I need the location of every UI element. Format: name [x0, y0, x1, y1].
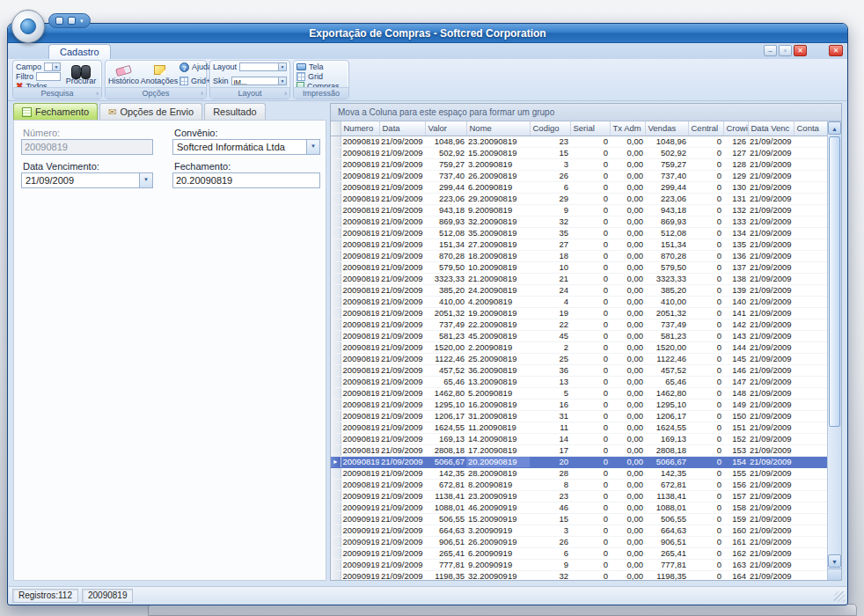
column-header-conta[interactable]: Conta — [794, 121, 827, 136]
quick-access-icon[interactable] — [68, 17, 76, 25]
column-header-tx-adm[interactable]: Tx Adm — [610, 121, 645, 136]
column-header-data-venc[interactable]: Data Venc — [748, 121, 794, 136]
titlebar[interactable]: ▾ Exportação de Compras - Softcred Corpo… — [8, 24, 847, 43]
grid-row[interactable]: 2009081921/09/2009169,1314.200908191400,… — [331, 433, 827, 444]
grid-row[interactable]: 2009081921/09/20092051,3219.200908191900… — [331, 307, 827, 319]
resize-grip[interactable] — [834, 591, 845, 602]
grid-row[interactable]: 2009081921/09/2009672,818.20090819800,00… — [331, 479, 827, 490]
column-header-vendas[interactable]: Vendas — [645, 121, 688, 136]
grid-row[interactable]: 2009081921/09/20091122,4625.200908192500… — [331, 353, 827, 364]
tab-resultado[interactable]: Resultado — [204, 103, 266, 120]
column-header-crowid[interactable]: Crowid — [723, 121, 748, 136]
quick-access-icon[interactable] — [55, 17, 63, 25]
grid-row[interactable]: 2009081921/09/20091520,002.20090819200,0… — [331, 341, 827, 353]
grid-row[interactable]: 2009081921/09/2009457,5236.200908193600,… — [331, 364, 827, 376]
quick-access-dropdown-icon[interactable]: ▾ — [80, 18, 84, 24]
column-header-serial[interactable]: Serial — [570, 121, 610, 136]
group-by-box[interactable]: Mova a Coluna para este espaço para form… — [331, 104, 841, 121]
group-chevron-icon[interactable]: › — [96, 88, 99, 99]
campo-combo[interactable]: ▼ — [44, 62, 61, 71]
grid-row[interactable]: 2009081921/09/2009299,446.20090819600,00… — [331, 181, 827, 193]
procurar-button[interactable]: Procurar — [63, 62, 99, 85]
column-header-codigo[interactable]: Codigo — [530, 121, 570, 136]
ajuda-button[interactable]: Ajuda — [179, 62, 212, 71]
grid-row[interactable]: 2009081921/09/20091206,1731.200908193100… — [331, 410, 827, 422]
data-vencimento-combo[interactable]: 21/09/2009 ▼ — [21, 172, 153, 188]
scroll-down-icon[interactable]: ▼ — [828, 554, 841, 568]
grid-plus-button[interactable]: Grid+ — [179, 77, 212, 85]
grid-row[interactable]: 2009091921/09/2009906,5126.200909192600,… — [331, 536, 827, 547]
fechamento-field[interactable] — [172, 172, 320, 188]
grid-row[interactable]: 2009081921/09/2009223,0629.200908192900,… — [331, 193, 827, 204]
grid-row[interactable]: 2009081921/09/2009142,3528.200908192800,… — [331, 467, 827, 479]
grid-row[interactable]: 2009081921/09/20091295,1016.200908191600… — [331, 399, 827, 410]
application-orb-button[interactable] — [11, 10, 45, 43]
tab-opcoes-de-envio[interactable]: Opções de Envio — [99, 103, 202, 120]
grid-row[interactable]: 2009081921/09/2009870,2818.200908191800,… — [331, 250, 827, 261]
mdi-close-button[interactable] — [794, 45, 807, 56]
tab-cadastro[interactable]: Cadastro — [48, 44, 111, 59]
grid-row[interactable]: 2009081921/09/2009579,5010.200908191000,… — [331, 261, 827, 273]
grid-row[interactable]: 2009081921/09/2009759,273.20090819300,00… — [331, 158, 827, 170]
cell-numero: 20090819 — [340, 376, 379, 387]
group-chevron-icon[interactable]: › — [284, 88, 287, 99]
grid-row[interactable]: 2009091921/09/20091088,0146.200909194600… — [331, 502, 827, 513]
cell-valor: 385,20 — [425, 284, 466, 296]
anotacoes-button[interactable]: Anotações — [142, 62, 177, 85]
filtro-input[interactable] — [36, 72, 61, 81]
layout-combo[interactable]: ▼ — [239, 62, 287, 71]
quick-access-toolbar[interactable]: ▾ — [48, 13, 91, 28]
historico-button[interactable]: Histórico — [108, 62, 139, 85]
column-header-data[interactable]: Data — [379, 121, 425, 136]
row-indicator — [331, 353, 340, 364]
grid-row[interactable]: 2009081921/09/2009512,0835.200908193500,… — [331, 227, 827, 238]
grid-row[interactable]: 2009091921/09/2009777,819.20090919900,00… — [331, 559, 827, 570]
column-header-numero[interactable]: Numero — [340, 121, 379, 136]
column-header-valor[interactable]: Valor — [425, 121, 466, 136]
grid-row[interactable]: 2009081921/09/20091462,805.20090819500,0… — [331, 387, 827, 399]
cell-crowid: 162 — [723, 547, 748, 559]
cell-serial: 0 — [570, 513, 610, 524]
grid-row[interactable]: 2009081921/09/2009737,4922.200908192200,… — [331, 319, 827, 330]
cell-vendas: 777,81 — [645, 559, 688, 570]
group-chevron-icon[interactable]: › — [201, 88, 203, 99]
minimize-button[interactable] — [764, 45, 777, 56]
cell-valor: 457,52 — [425, 364, 466, 376]
grid-row[interactable]: 2009081921/09/2009502,9215.200908191500,… — [331, 147, 827, 158]
grid-row[interactable]: ▸2009081921/09/20095066,6720.20090819200… — [331, 456, 827, 467]
grid-row[interactable]: 2009081921/09/200965,4613.200908191300,0… — [331, 376, 827, 387]
scroll-up-icon[interactable]: ▲ — [828, 121, 841, 135]
grid-row[interactable]: 2009081921/09/2009869,9332.200908193200,… — [331, 216, 827, 227]
tela-button[interactable]: Tela — [297, 62, 346, 71]
row-indicator — [331, 524, 340, 536]
grid-row[interactable]: 2009081921/09/20091624,5511.200908191100… — [331, 422, 827, 433]
column-header-central[interactable]: Central — [688, 121, 723, 136]
cell-serial: 0 — [570, 376, 610, 387]
grid-row[interactable]: 2009081921/09/2009737,4026.200908192600,… — [331, 170, 827, 181]
grid-row[interactable]: 2009091921/09/2009265,416.20090919600,00… — [331, 547, 827, 559]
grid-print-button[interactable]: Grid — [297, 72, 346, 81]
cell-central: 0 — [688, 319, 723, 330]
grid-row[interactable]: 2009091921/09/2009664,633.20090919300,00… — [331, 524, 827, 536]
grid-row[interactable]: 2009081921/09/2009943,189.20090819900,00… — [331, 204, 827, 216]
grid-row[interactable]: 2009081921/09/2009410,004.20090819400,00… — [331, 296, 827, 307]
skin-combo[interactable]: iM...▼ — [231, 77, 287, 85]
grid-row[interactable]: 2009091921/09/20091198,3532.200909193200… — [331, 570, 827, 580]
restore-button[interactable] — [779, 45, 792, 56]
grid-row[interactable]: 2009081921/09/2009581,2345.200908194500,… — [331, 330, 827, 341]
convenio-combo[interactable]: Softcred Informática Ltda ▼ — [172, 139, 320, 155]
grid-row[interactable]: 2009081921/09/20093323,3321.200908192100… — [331, 273, 827, 284]
grid-row[interactable]: 2009081921/09/2009151,3427.200908192700,… — [331, 238, 827, 250]
grid-row[interactable]: 2009081921/09/20091048,9623.200908192300… — [331, 136, 827, 147]
grid-row[interactable]: 2009091921/09/2009506,5515.200909191500,… — [331, 513, 827, 524]
close-button[interactable] — [829, 45, 843, 56]
vertical-scrollbar[interactable]: ▲ ▼ — [827, 121, 841, 580]
tab-fechamento[interactable]: Fechamento — [13, 103, 98, 120]
column-header-nome[interactable]: Nome — [466, 121, 530, 136]
scrollbar-thumb[interactable] — [829, 136, 840, 427]
grid-row[interactable]: 2009081921/09/20092808,1817.200908191700… — [331, 444, 827, 456]
grid-row[interactable]: 2009091921/09/20091138,4123.200909192300… — [331, 490, 827, 502]
grid-row[interactable]: 2009081921/09/2009385,2024.200908192400,… — [331, 284, 827, 296]
numero-field[interactable] — [21, 139, 153, 155]
cell-crowid: 164 — [723, 570, 748, 580]
